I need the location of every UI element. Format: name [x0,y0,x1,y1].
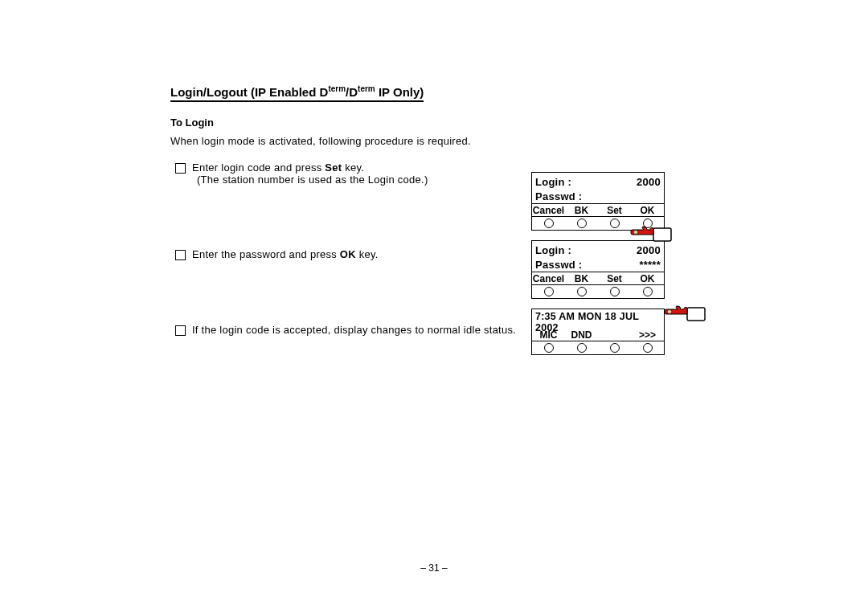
softkey-next: >>> [631,329,664,341]
intro-paragraph: When login mode is activated, following … [170,135,701,147]
lcd-passwd-value: ***** [639,259,661,271]
softkey-cancel: Cancel [532,204,565,216]
checkbox-icon [175,325,186,336]
step-text-part: key. [356,248,379,260]
softkey-set: Set [598,204,631,216]
step-text-part: key. [342,161,364,174]
svg-rect-0 [653,228,671,241]
softkey-ok: OK [631,204,664,216]
softkey-row: Cancel BK Set OK [532,272,664,284]
button-dot [544,287,554,296]
softkey-bk: BK [565,272,598,284]
softkey-bk: BK [565,204,598,216]
phone-display-3: 7:35 AM MON 18 JUL 2002 MIC DND >>> [531,309,665,355]
step-text-part: Enter login code and press [192,161,325,174]
step-text-part: Enter the password and press [192,248,340,260]
lcd-login-value: 2000 [637,176,661,188]
heading-sup1: term [328,84,346,93]
page-number: – 31 – [0,562,868,574]
svg-point-1 [633,231,638,235]
checkbox-icon [175,250,186,260]
softkey-ok: OK [631,272,664,284]
button-dot [577,287,587,296]
heading-part: /D [346,85,358,99]
svg-rect-2 [687,308,705,321]
lcd-screen: 7:35 AM MON 18 JUL 2002 [532,309,664,329]
step-text-bold: Set [325,161,342,174]
button-dot [643,343,653,353]
button-dot [610,287,620,296]
softkey-dnd: DND [565,329,598,341]
softkey-row: Cancel BK Set OK [532,203,664,216]
page: Login/Logout (IP Enabled Dterm/Dterm IP … [0,0,868,613]
lcd-screen: Login : 2000 Passwd : [532,173,664,203]
button-dot [643,287,653,296]
softkey-mic: MIC [532,329,565,341]
checkbox-icon [175,163,186,174]
button-dot [577,343,587,353]
phone-display-1: Login : 2000 Passwd : Cancel BK Set OK [531,172,665,231]
heading-sup2: term [358,84,375,93]
button-row [532,284,664,298]
lcd-passwd-label: Passwd : [535,259,582,271]
step-text-bold: OK [340,248,356,260]
button-dot [544,343,554,353]
button-row [532,341,664,354]
softkey-cancel: Cancel [532,272,565,284]
heading-part: Login/Logout (IP Enabled D [170,85,328,99]
section-heading: Login/Logout (IP Enabled Dterm/Dterm IP … [170,84,424,102]
lcd-login-label: Login : [535,176,571,188]
lcd-passwd-label: Passwd : [535,190,582,202]
step-1-note: (The station number is used as the Login… [192,174,428,186]
button-dot [544,219,554,228]
phone-displays: Login : 2000 Passwd : Cancel BK Set OK [531,172,692,365]
softkey-blank [598,329,631,341]
softkey-set: Set [598,272,631,284]
heading-part: IP Only) [375,85,424,99]
softkey-row: MIC DND >>> [532,329,664,341]
button-dot [610,219,620,228]
button-dot [610,343,620,353]
pointing-hand-icon [629,225,673,249]
svg-point-3 [667,310,672,314]
sub-heading: To Login [170,116,701,129]
button-dot [577,219,587,228]
lcd-login-label: Login : [535,244,571,256]
pointing-hand-icon [663,304,706,329]
